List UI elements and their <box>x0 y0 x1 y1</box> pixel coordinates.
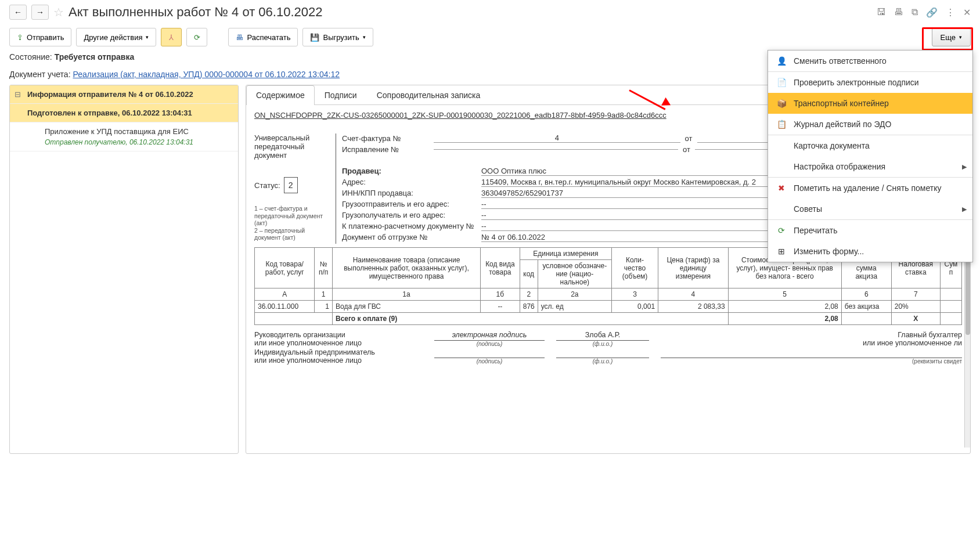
doclink-label: Документ учета: <box>9 70 71 79</box>
dd-verify-signatures[interactable]: 📄 Проверить электронные подписи <box>768 71 972 93</box>
preview-icon[interactable]: ⧉ <box>911 7 918 17</box>
form-edit-icon: ⊞ <box>776 246 787 257</box>
document-tree: Информация отправителя № 4 от 06.10.2022… <box>9 85 239 454</box>
chevron-down-icon: ▾ <box>363 34 366 40</box>
dd-document-card[interactable]: Карточка документа <box>768 135 972 156</box>
refresh-button[interactable]: ⟳ <box>186 28 207 46</box>
more-button[interactable]: Еще ▾ <box>932 28 971 46</box>
dd-edo-journal[interactable]: 📋 Журнал действий по ЭДО <box>768 114 972 135</box>
hierarchy-icon: ⅄ <box>169 33 174 42</box>
chevron-right-icon: ▶ <box>962 163 967 171</box>
kebab-icon[interactable]: ⋮ <box>946 7 955 18</box>
close-icon[interactable]: ✕ <box>963 7 971 18</box>
tab-content[interactable]: Содержимое <box>246 85 315 105</box>
tab-cover-note[interactable]: Сопроводительная записка <box>367 85 491 104</box>
status-value: Требуется отправка <box>55 52 135 62</box>
tree-node-sender-info[interactable]: Информация отправителя № 4 от 06.10.2022 <box>10 85 238 104</box>
send-icon: ⇪ <box>17 33 23 42</box>
printer-icon: 🖶 <box>236 33 243 42</box>
page-title: Акт выполненных работ № 4 от 06.10.2022 <box>69 5 322 20</box>
tab-signatures[interactable]: Подписи <box>315 85 367 104</box>
print-icon[interactable]: 🖶 <box>894 7 903 17</box>
package-icon: 📦 <box>776 98 787 109</box>
chevron-down-icon: ▾ <box>146 34 149 40</box>
person-transfer-icon: 👤 <box>776 56 787 66</box>
journal-icon: 📋 <box>776 119 787 129</box>
dd-tips[interactable]: Советы ▶ <box>768 199 972 219</box>
tree-node-prepared[interactable]: Подготовлен к отправке, 06.10.2022 13:04… <box>10 104 238 122</box>
export-button[interactable]: 💾 Выгрузить ▾ <box>302 28 373 46</box>
status-label: Состояние: <box>9 52 52 62</box>
dd-change-responsible[interactable]: 👤 Сменить ответственного <box>768 50 972 71</box>
dd-mark-delete[interactable]: ✖ Пометить на удаление / Снять пометку <box>768 177 972 199</box>
print-button[interactable]: 🖶 Распечатать <box>228 28 298 46</box>
save-icon[interactable]: 🖫 <box>877 7 886 17</box>
chevron-right-icon: ▶ <box>962 205 967 213</box>
nav-back-button[interactable]: ← <box>9 5 27 20</box>
more-dropdown: 👤 Сменить ответственного 📄 Проверить эле… <box>768 50 973 262</box>
send-button[interactable]: ⇪ Отправить <box>9 28 71 46</box>
dd-transport-container[interactable]: 📦 Транспортный контейнер <box>768 93 972 114</box>
link-icon[interactable]: 🔗 <box>926 7 938 18</box>
table-row: 36.00.11.000 1 Вода для ГВС -- 876 усл. … <box>255 301 962 313</box>
disk-icon: 💾 <box>310 33 319 42</box>
doclink-link[interactable]: Реализация (акт, накладная, УПД) 0000-00… <box>73 70 340 79</box>
document-check-icon: 📄 <box>776 77 787 88</box>
dd-reread[interactable]: ⟳ Перечитать <box>768 219 972 241</box>
star-icon[interactable]: ☆ <box>53 5 64 19</box>
nav-forward-button[interactable]: → <box>31 5 49 20</box>
chevron-down-icon: ▾ <box>959 34 962 40</box>
status-code-box: 2 <box>284 177 298 193</box>
refresh-icon: ⟳ <box>776 225 787 236</box>
hierarchy-button[interactable]: ⅄ <box>161 28 182 46</box>
dd-change-form[interactable]: ⊞ Изменить форму... <box>768 241 972 262</box>
tree-node-attachment[interactable]: Приложение к УПД поставщика для ЕИС Отпр… <box>10 122 238 151</box>
other-actions-button[interactable]: Другие действия ▾ <box>76 28 156 46</box>
delete-mark-icon: ✖ <box>776 183 787 193</box>
dd-display-settings[interactable]: Настройка отображения ▶ <box>768 156 972 177</box>
refresh-icon: ⟳ <box>194 33 200 42</box>
